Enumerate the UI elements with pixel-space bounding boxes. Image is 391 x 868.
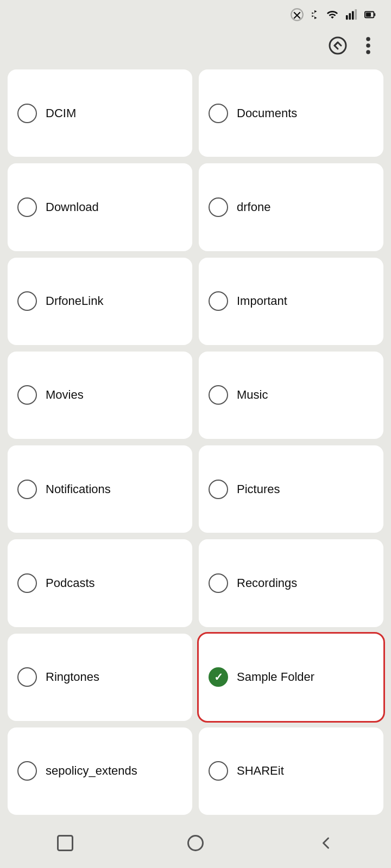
radio-circle-podcasts <box>17 573 37 593</box>
status-bar <box>0 0 391 26</box>
radio-circle-recordings <box>209 573 228 593</box>
radio-circle-drfone <box>209 197 228 217</box>
folder-item-dcim[interactable]: DCIM <box>8 69 192 157</box>
wifi-icon <box>325 9 340 21</box>
bluetooth-icon <box>308 8 320 22</box>
svg-point-7 <box>366 37 370 41</box>
folder-label-recordings: Recordings <box>237 576 297 590</box>
folder-item-shareit[interactable]: SHAREit <box>199 727 383 815</box>
radio-checked-samplefolder <box>209 667 228 687</box>
app-bar <box>0 26 391 65</box>
mute-icon <box>290 8 304 22</box>
close-button[interactable] <box>11 41 20 50</box>
svg-rect-1 <box>349 13 351 20</box>
svg-rect-2 <box>352 11 354 20</box>
radio-circle-movies <box>17 385 37 405</box>
folder-label-shareit: SHAREit <box>237 764 284 778</box>
app-bar-actions <box>326 34 380 58</box>
folder-item-movies[interactable]: Movies <box>8 352 192 439</box>
more-options-button[interactable] <box>356 34 380 58</box>
nav-back-button[interactable] <box>314 831 338 855</box>
radio-circle-important <box>209 291 228 311</box>
radio-circle-ringtones <box>17 667 37 687</box>
folder-label-ringtones: Ringtones <box>46 670 99 684</box>
svg-point-9 <box>366 50 370 54</box>
folder-label-dcim: DCIM <box>46 106 76 120</box>
radio-circle-download <box>17 197 37 217</box>
folder-item-samplefolder[interactable]: Sample Folder <box>199 634 383 721</box>
status-icons <box>290 8 378 22</box>
svg-point-6 <box>330 37 346 54</box>
radio-circle-sepolicy <box>17 761 37 781</box>
svg-rect-5 <box>366 12 371 16</box>
battery-icon <box>363 9 378 21</box>
svg-rect-3 <box>355 9 357 20</box>
nav-recents-button[interactable] <box>53 831 77 855</box>
folder-label-music: Music <box>237 388 268 402</box>
folder-label-download: Download <box>46 200 99 214</box>
folder-item-download[interactable]: Download <box>8 163 192 251</box>
svg-point-11 <box>188 836 203 851</box>
folder-item-pictures[interactable]: Pictures <box>199 445 383 533</box>
folder-item-music[interactable]: Music <box>199 352 383 439</box>
folder-label-movies: Movies <box>46 388 84 402</box>
nav-home-button[interactable] <box>184 831 207 855</box>
radio-circle-dcim <box>17 104 37 123</box>
folder-label-notifications: Notifications <box>46 482 111 496</box>
folder-item-ringtones[interactable]: Ringtones <box>8 634 192 721</box>
folder-item-documents[interactable]: Documents <box>199 69 383 157</box>
radio-circle-documents <box>209 104 228 123</box>
folder-label-pictures: Pictures <box>237 482 280 496</box>
nav-bar <box>0 822 391 868</box>
folder-label-drfone: drfone <box>237 200 270 214</box>
folder-item-recordings[interactable]: Recordings <box>199 539 383 627</box>
radio-circle-notifications <box>17 480 37 499</box>
radio-circle-pictures <box>209 480 228 499</box>
folder-grid: DCIMDocumentsDownloaddrfoneDrfoneLinkImp… <box>0 65 391 822</box>
folder-label-documents: Documents <box>237 106 297 120</box>
svg-rect-10 <box>58 836 73 851</box>
folder-item-drfonelink[interactable]: DrfoneLink <box>8 258 192 345</box>
folder-item-notifications[interactable]: Notifications <box>8 445 192 533</box>
folder-label-important: Important <box>237 294 287 308</box>
folder-item-sepolicy[interactable]: sepolicy_extends <box>8 727 192 815</box>
folder-label-podcasts: Podcasts <box>46 576 95 590</box>
svg-point-8 <box>366 43 370 48</box>
svg-rect-0 <box>346 15 348 20</box>
folder-label-drfonelink: DrfoneLink <box>46 294 103 308</box>
folder-item-podcasts[interactable]: Podcasts <box>8 539 192 627</box>
signal-icon <box>344 9 358 21</box>
sync-button[interactable] <box>326 34 350 58</box>
radio-circle-drfonelink <box>17 291 37 311</box>
folder-item-drfone[interactable]: drfone <box>199 163 383 251</box>
folder-item-important[interactable]: Important <box>199 258 383 345</box>
radio-circle-shareit <box>209 761 228 781</box>
radio-circle-music <box>209 385 228 405</box>
folder-label-samplefolder: Sample Folder <box>237 670 314 684</box>
folder-label-sepolicy: sepolicy_extends <box>46 764 137 778</box>
